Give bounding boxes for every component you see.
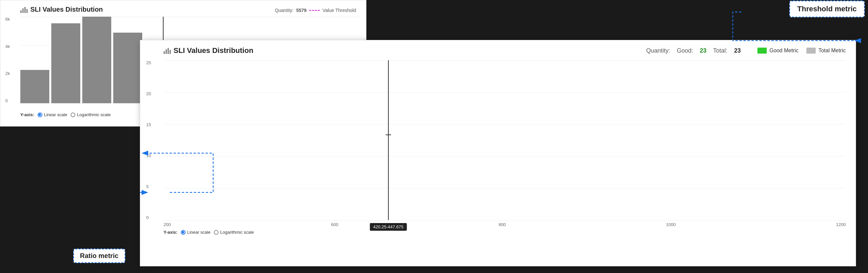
- total-label: Total:: [713, 47, 727, 54]
- fg-chart-bar-icon: [163, 47, 171, 54]
- good-label: Good:: [677, 47, 693, 54]
- bg-linear-scale-option[interactable]: Linear scale: [38, 112, 67, 117]
- fg-log-radio[interactable]: [214, 230, 218, 235]
- quantity-value: 5579: [296, 8, 306, 13]
- fg-tooltip: 420.25-447.675: [370, 223, 407, 231]
- bg-bar: [51, 23, 80, 103]
- bg-log-scale-option[interactable]: Logarithmic scale: [71, 112, 111, 117]
- fg-crosshair-v: [388, 132, 389, 137]
- ratio-metric-label: Ratio metric: [73, 249, 125, 263]
- total-value: 23: [734, 47, 741, 54]
- fg-bars-wrapper: 420.25-447.675: [163, 60, 846, 220]
- fg-threshold-line: 420.25-447.675: [388, 60, 389, 220]
- bg-bar: [113, 33, 142, 103]
- good-value: 23: [700, 47, 707, 54]
- fg-quantity: Quantity: Good: 23 Total: 23: [646, 47, 741, 54]
- fg-grid-5: [163, 220, 846, 220]
- good-metric-legend: Good Metric: [757, 47, 798, 54]
- good-metric-color-box: [757, 47, 767, 54]
- fg-log-scale-option[interactable]: Logarithmic scale: [214, 230, 254, 235]
- fg-linear-radio[interactable]: [181, 230, 186, 235]
- bg-log-radio[interactable]: [71, 112, 75, 117]
- fg-bars-container: [163, 60, 846, 220]
- fg-chart-header: SLI Values Distribution Quantity: Good: …: [163, 46, 846, 55]
- bg-bar: [82, 16, 111, 103]
- threshold-legend-label: Value Threshold: [322, 8, 356, 13]
- chart-bar-icon: [20, 6, 28, 13]
- fg-yaxis: 25 20 15 10 5 0: [146, 60, 151, 220]
- fg-yaxis-controls: Y-axis: Linear scale Logarithmic scale: [163, 230, 846, 235]
- threshold-metric-label: Threshold metric: [789, 1, 865, 17]
- total-metric-color-box: [806, 47, 816, 54]
- value-threshold-line-icon: [309, 10, 320, 11]
- bg-yaxis: 6k 4k 2k 0: [5, 16, 10, 103]
- fg-chart: SLI Values Distribution Quantity: Good: …: [140, 40, 856, 266]
- total-metric-legend: Total Metric: [806, 47, 846, 54]
- bg-bar: [20, 70, 49, 103]
- fg-chart-title: SLI Values Distribution: [163, 46, 253, 55]
- fg-linear-scale-option[interactable]: Linear scale: [181, 230, 211, 235]
- bg-linear-radio[interactable]: [38, 112, 42, 117]
- fg-chart-legend: Good Metric Total Metric: [757, 47, 846, 54]
- quantity-label-fg: Quantity:: [646, 47, 670, 54]
- bg-chart-legend: Quantity: 5579 Value Threshold: [275, 8, 356, 13]
- fg-xaxis: 200 600 800 1000 1200: [163, 222, 846, 227]
- fg-bars-area: 25 20 15 10 5 0 420.25-447.675: [163, 60, 846, 220]
- quantity-label: Quantity:: [275, 8, 293, 13]
